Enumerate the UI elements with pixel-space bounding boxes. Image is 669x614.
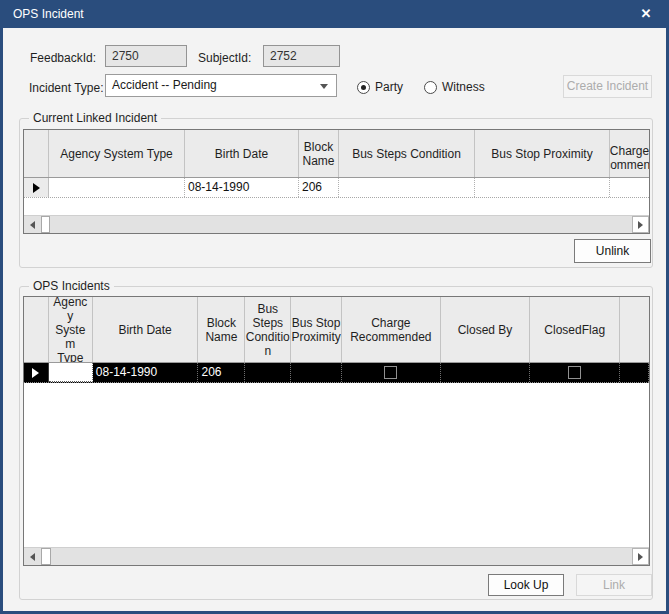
cell-block-name[interactable]: 206 (299, 178, 339, 197)
row-selector-header[interactable] (24, 130, 49, 177)
scrollbar-thumb[interactable] (41, 216, 50, 233)
column-header-partial[interactable] (620, 297, 649, 362)
horizontal-scrollbar[interactable] (24, 547, 649, 565)
scroll-left-arrow-icon (30, 553, 35, 561)
incident-type-dropdown[interactable]: Accident -- Pending (105, 74, 337, 97)
row-pointer-icon (32, 368, 39, 378)
column-header-closed-flag[interactable]: ClosedFlag (530, 297, 620, 362)
subject-id-field: 2752 (263, 45, 340, 67)
column-header-bus-stop-proximity[interactable]: Bus Stop Proximity (291, 297, 342, 362)
subject-id-label: SubjectId: (198, 51, 251, 65)
column-header-charge-recommended[interactable]: Charge Recommended (342, 297, 441, 362)
unlink-button[interactable]: Unlink (574, 239, 651, 263)
incident-type-selected-value: Accident -- Pending (112, 78, 217, 92)
cell-bus-stop-proximity[interactable] (475, 178, 610, 197)
look-up-button[interactable]: Look Up (488, 574, 564, 596)
dialog-body: FeedbackId: 2750 SubjectId: 2752 Inciden… (3, 28, 666, 611)
cell-charge-recommended[interactable] (342, 363, 441, 382)
column-header-bus-stop-proximity[interactable]: Bus Stop Proximity (475, 130, 610, 177)
scroll-right-button[interactable] (632, 548, 649, 565)
row-selector-header[interactable] (24, 297, 49, 362)
witness-radio-label: Witness (442, 80, 485, 94)
scroll-right-arrow-icon (638, 553, 643, 561)
current-linked-incident-grid: Agency System Type Birth Date Block Name… (23, 129, 650, 234)
column-header-bus-steps-condition[interactable]: Bus Steps Condition (245, 297, 291, 362)
scrollbar-thumb[interactable] (41, 548, 51, 565)
column-header-block-name[interactable]: Block Name (299, 130, 339, 177)
cell-birth-date[interactable]: 08-14-1990 (185, 178, 299, 197)
cell-agency-system-type[interactable] (49, 363, 93, 382)
cell-agency-system-type[interactable] (49, 178, 185, 197)
grid-header-row: Agency System Type Birth Date Block Name… (24, 130, 649, 178)
column-header-closed-by[interactable]: Closed By (441, 297, 531, 362)
scroll-left-button[interactable] (24, 548, 41, 565)
row-selector-cell[interactable] (24, 178, 49, 197)
create-incident-button[interactable]: Create Incident (563, 75, 652, 98)
scroll-left-button[interactable] (24, 216, 41, 233)
column-header-birth-date[interactable]: Birth Date (93, 297, 199, 362)
cell-closed-flag[interactable] (530, 363, 620, 382)
title-bar[interactable]: OPS Incident ✕ (0, 0, 669, 28)
chevron-down-icon (320, 84, 328, 89)
incident-type-label: Incident Type: (29, 81, 104, 95)
column-header-agency-system-type[interactable]: Agency System Type (49, 297, 93, 362)
close-icon[interactable]: ✕ (631, 3, 661, 25)
ops-incidents-group-title: OPS Incidents (29, 279, 114, 293)
horizontal-scrollbar[interactable] (24, 215, 649, 233)
ops-incident-dialog: OPS Incident ✕ FeedbackId: 2750 SubjectI… (0, 0, 669, 614)
grid-header-row: Agency System Type Birth Date Block Name… (24, 297, 649, 363)
scroll-right-button[interactable] (632, 216, 649, 233)
scroll-left-arrow-icon (30, 221, 35, 229)
cell-block-name[interactable]: 206 (198, 363, 245, 382)
ops-incidents-group: OPS Incidents Agency System Type Birth D… (19, 286, 653, 600)
column-header-birth-date[interactable]: Birth Date (185, 130, 299, 177)
witness-radio[interactable]: Witness (424, 80, 485, 94)
row-selector-cell[interactable] (24, 363, 49, 382)
current-linked-incident-group-title: Current Linked Incident (29, 111, 161, 125)
ops-incidents-grid: Agency System Type Birth Date Block Name… (23, 296, 650, 566)
cell-closed-by[interactable] (441, 363, 531, 382)
window-title: OPS Incident (13, 0, 84, 28)
radio-circle-icon (424, 81, 437, 94)
party-radio-label: Party (375, 80, 403, 94)
column-header-agency-system-type[interactable]: Agency System Type (49, 130, 185, 177)
current-linked-incident-group: Current Linked Incident Agency System Ty… (19, 118, 653, 268)
scroll-right-arrow-icon (638, 221, 643, 229)
cell-bus-stop-proximity[interactable] (291, 363, 342, 382)
party-radio[interactable]: Party (357, 80, 403, 94)
cell-charge-recommended[interactable] (610, 178, 649, 197)
row-pointer-icon (33, 183, 40, 193)
charge-recommended-checkbox[interactable] (384, 366, 397, 379)
link-button[interactable]: Link (576, 574, 652, 596)
cell-bus-steps-condition[interactable] (339, 178, 475, 197)
cell-bus-steps-condition[interactable] (245, 363, 291, 382)
cell-partial[interactable] (620, 363, 649, 382)
feedback-id-label: FeedbackId: (30, 51, 96, 65)
table-row-selected[interactable]: 08-14-1990 206 (24, 363, 649, 383)
column-header-block-name[interactable]: Block Name (198, 297, 245, 362)
radio-circle-icon (357, 81, 370, 94)
cell-birth-date[interactable]: 08-14-1990 (93, 363, 199, 382)
column-header-charge-recommended[interactable]: Charge Recommended (610, 130, 649, 177)
radio-selected-dot (361, 85, 366, 90)
table-row[interactable]: 08-14-1990 206 (24, 178, 649, 198)
feedback-id-field: 2750 (105, 45, 187, 67)
closed-flag-checkbox[interactable] (568, 366, 581, 379)
column-header-bus-steps-condition[interactable]: Bus Steps Condition (339, 130, 475, 177)
